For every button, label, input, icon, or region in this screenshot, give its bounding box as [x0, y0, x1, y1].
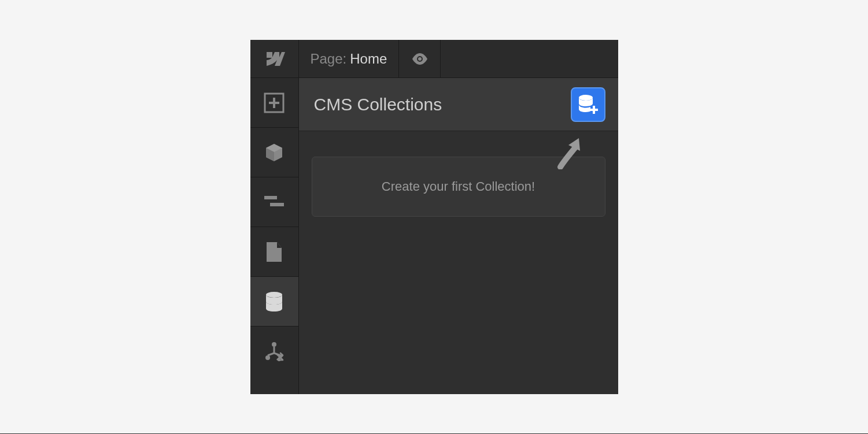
tree-icon	[264, 342, 284, 361]
page-icon	[265, 241, 283, 263]
page-label: Page:	[311, 51, 347, 67]
plus-box-icon	[264, 92, 285, 113]
preview-button[interactable]	[399, 40, 441, 77]
panel-title: CMS Collections	[314, 95, 442, 114]
topbar: Page: Home	[250, 40, 618, 78]
sidebar-item-pages[interactable]	[250, 227, 298, 277]
main: CMS Collections Create your first	[250, 78, 618, 394]
svg-rect-14	[590, 109, 598, 111]
hint-arrow-icon	[557, 137, 583, 169]
sidebar-item-assets-tree[interactable]	[250, 327, 298, 376]
svg-point-1	[418, 57, 422, 61]
sidebar-item-components[interactable]	[250, 128, 298, 177]
page-name: Home	[350, 51, 387, 67]
database-plus-icon	[577, 93, 600, 116]
cms-panel: CMS Collections Create your first	[299, 78, 618, 394]
svg-point-8	[272, 342, 276, 347]
eye-icon	[412, 53, 428, 65]
cube-icon	[264, 142, 285, 163]
sidebar-item-navigator[interactable]	[250, 177, 298, 227]
add-collection-button[interactable]	[571, 87, 605, 122]
hint-text: Create your first Collection!	[382, 179, 535, 194]
svg-point-12	[579, 95, 593, 101]
svg-rect-5	[264, 196, 277, 199]
database-icon	[265, 291, 283, 312]
panel-body: Create your first Collection!	[299, 131, 618, 394]
svg-point-7	[266, 292, 282, 298]
panel-header: CMS Collections	[299, 78, 618, 131]
sidebar-item-cms[interactable]	[250, 277, 298, 327]
page-selector[interactable]: Page: Home	[299, 40, 400, 77]
svg-rect-4	[269, 102, 279, 104]
left-sidebar	[250, 78, 299, 394]
sidebar-item-add[interactable]	[250, 78, 298, 128]
svg-point-9	[265, 355, 270, 360]
designer-window: Page: Home	[250, 40, 618, 394]
svg-rect-6	[270, 203, 284, 206]
navigator-icon	[264, 195, 284, 210]
webflow-logo-icon	[263, 52, 285, 66]
webflow-logo[interactable]	[250, 40, 299, 77]
